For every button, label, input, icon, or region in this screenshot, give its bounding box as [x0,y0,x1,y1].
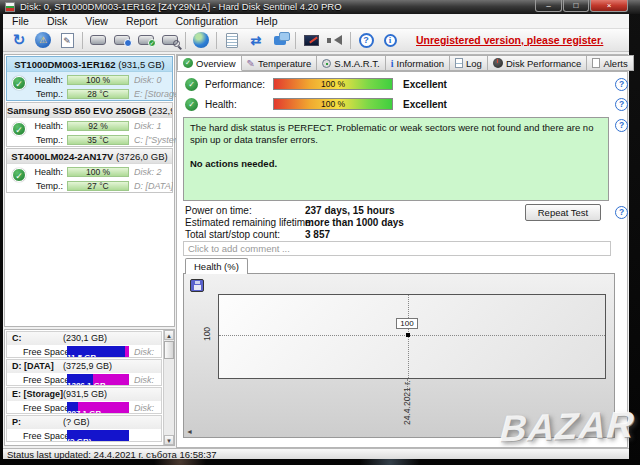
disk-surface-button[interactable] [158,30,182,50]
disk-search-icon [162,35,178,45]
free-space-value: 1386,1 GB [67,381,106,385]
data-point [406,333,410,337]
performance-help-icon[interactable]: ? [615,78,628,91]
partition-item-c[interactable]: C: (230,1 GB) Free Space 11,5 GB Disk: 1 [6,331,162,358]
disk-item-0[interactable]: ST1000DM003-1ER162 (931,5 GB) ✓ Health: … [6,56,173,101]
repeat-test-help-icon[interactable]: ? [615,206,628,219]
lifetime-label: Estimated remaining lifetime: [185,217,313,229]
health-label: Health: [21,119,63,133]
maximize-button[interactable]: □ [563,0,589,12]
partition-drive: C: [12,332,22,345]
free-space-label: Free Space [23,346,70,358]
help-icon: ? [359,33,374,48]
partition-item-d[interactable]: D: [DATA] (3725,9 GB) Free Space 1386,1 … [6,359,162,386]
data-point-label: 100 [396,318,418,329]
watermark: BAZAR [499,404,636,451]
tab-information[interactable]: iInformation [386,55,450,71]
minimize-button[interactable]: – [535,0,562,12]
startstop-label: Total start/stop count: [185,229,280,241]
performance-monitor-button[interactable] [299,30,323,50]
tab-temperature[interactable]: ✎Temperature [242,55,318,71]
tab-log[interactable]: Log [450,55,488,71]
tab-bar: ✓Overview ✎Temperature S.M.A.R.T. iInfor… [177,55,627,72]
free-space-bar: (? GB) [67,430,129,441]
partition-item-e[interactable]: E: [Storage] (931,5 GB) Free Space 897,1… [6,387,162,414]
free-space-label: Free Space [23,402,70,414]
menu-view[interactable]: View [76,14,117,28]
gridline-horizontal [219,335,605,336]
scroll-up-icon[interactable]: ▲ [164,330,174,340]
comment-input[interactable] [183,241,611,256]
disk-item-2[interactable]: ST4000LM024-2AN17V (3726,0 GB) ✓ Health:… [6,148,173,193]
disk-size: (931,5 GB) [118,59,164,70]
unregistered-notice[interactable]: Unregistered version, please register. [416,34,603,46]
menu-report[interactable]: Report [117,14,167,28]
save-chart-icon[interactable] [190,279,204,292]
sound-button[interactable] [323,30,347,50]
report-icon: ✎ [61,33,74,48]
free-space-label: Free Space [23,430,70,442]
repeat-test-button[interactable]: Repeat Test [525,204,601,221]
refresh-button[interactable]: ↻ [7,30,31,50]
chart-scroll-left-icon[interactable]: ◄ [186,428,193,436]
log-document-icon [226,33,238,48]
menu-configuration[interactable]: Configuration [166,14,246,28]
health-label: Health: [21,165,63,179]
close-button[interactable]: × [590,0,628,12]
disk-test-button[interactable]: ✓ [134,30,158,50]
disk-volume: C: ["System R [134,133,177,147]
partition-item-p[interactable]: P: (? GB) Free Space (? GB) [6,415,162,442]
menu-disk[interactable]: Disk [38,14,76,28]
disk-item-1[interactable]: Samsung SSD 850 EVO 250GB (232,9 GB) ✓ H… [6,102,173,147]
free-space-value: (? GB) [67,437,91,441]
disk-icon [90,35,106,45]
performance-bar: 100 % [273,78,393,90]
partition-drive: E: [Storage] [12,388,63,401]
disk-size: (232,9 GB) [149,105,172,116]
power-on-label: Power on time: [185,205,252,217]
disk-button[interactable] [86,30,110,50]
temp-bar: 28 °C [67,89,129,99]
tab-overview[interactable]: ✓Overview [177,55,242,71]
toolbar-separator [350,32,351,49]
web-update-button[interactable] [189,30,213,50]
warning-icon: ⚠ [35,32,51,48]
partition-size: (931,5 GB) [63,388,107,401]
save-report-button[interactable]: ✎ [55,30,79,50]
subtab-health-percent[interactable]: Health (%) [185,258,248,274]
lifetime-value: more than 1000 days [305,217,404,229]
disk-volume: D: [DATA] [134,179,173,193]
network-button[interactable] [268,30,292,50]
scroll-down-icon[interactable]: ▼ [164,435,174,445]
status-line-1: The hard disk status is PERFECT. Problem… [190,122,602,146]
temp-bar: 35 °C [67,135,129,145]
sync-button[interactable]: ⇄ [244,30,268,50]
problem-report-button[interactable]: ⚠ [31,30,55,50]
scrollbar-thumb[interactable] [164,341,174,359]
help-button[interactable]: ? [354,30,378,50]
menu-file[interactable]: File [3,14,38,28]
status-help-icon[interactable]: ? [615,119,628,132]
disk-volume: E: [Storage] [134,87,177,101]
disk-clock-icon [114,35,130,45]
sync-icon: ⇄ [251,33,262,48]
health-bar: 100 % [273,98,393,110]
toolbar-separator [216,32,217,49]
x-axis-label: 24.4.2021 г. [402,373,412,425]
tab-alerts[interactable]: Alerts [587,55,633,71]
disk-name: ST4000LM024-2AN17V [11,151,113,162]
disk-schedule-button[interactable] [110,30,134,50]
about-button[interactable]: i [378,30,402,50]
partition-scrollbar[interactable]: ▲ ▼ [163,330,174,445]
disk-status-text: The hard disk status is PERFECT. Problem… [183,117,609,201]
tab-smart[interactable]: S.M.A.R.T. [317,55,385,71]
disk-list: ST1000DM003-1ER162 (931,5 GB) ✓ Health: … [4,54,175,327]
y-axis-tick: 100 [202,327,212,341]
free-space-value: 11,5 GB [67,353,96,357]
log-button[interactable] [220,30,244,50]
tab-disk-performance[interactable]: Disk Performance [488,55,588,71]
health-help-icon[interactable]: ? [615,98,628,111]
menu-help[interactable]: Help [247,14,287,28]
information-icon: i [391,56,394,71]
health-chart-plot: 100 [218,294,606,379]
